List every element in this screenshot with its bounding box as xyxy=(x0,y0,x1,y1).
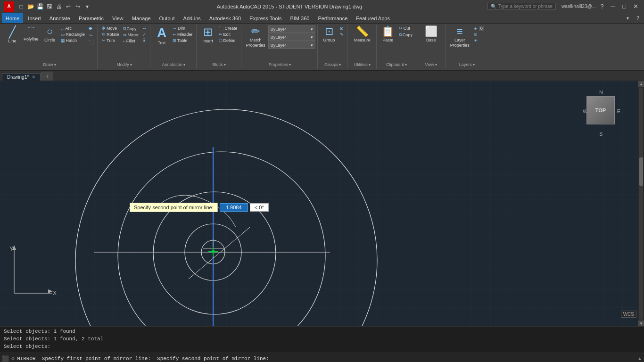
arc-btn[interactable]: ◡ Arc xyxy=(59,25,87,31)
block-col: ⬛ Create ✏ Edit ⬡ Define xyxy=(217,25,239,43)
cut-btn[interactable]: ✂ Cut xyxy=(397,25,414,31)
open-file-btn[interactable]: 📂 xyxy=(26,2,35,11)
paste-btn[interactable]: 📋 Paste xyxy=(380,25,396,44)
svg-rect-1 xyxy=(0,81,644,326)
edit-block-btn[interactable]: ✏ Edit xyxy=(217,32,239,37)
clipboard-group-label[interactable]: Clipboard xyxy=(386,61,407,68)
linetype-dropdown[interactable]: ByLayer▾ xyxy=(268,41,315,49)
hatch-btn[interactable]: ▦ Hatch xyxy=(59,38,87,43)
group-btn[interactable]: ⊡ Group xyxy=(321,25,338,44)
groups-group-label[interactable]: Groups xyxy=(324,61,341,68)
region-btn[interactable]: ⬛ xyxy=(87,40,95,45)
color-dropdown[interactable]: ByLayer▾ xyxy=(268,33,315,41)
menu-featured[interactable]: Featured Apps xyxy=(352,13,394,23)
menu-addins[interactable]: Add-ins xyxy=(180,13,205,23)
rect-btn[interactable]: ▭ Rectangle xyxy=(59,32,87,37)
customise-btn[interactable]: ▾ xyxy=(83,2,91,11)
new-tab-btn[interactable]: + xyxy=(41,72,53,81)
minimize-btn[interactable]: ─ xyxy=(608,2,618,11)
command-scroll-up[interactable]: ▲ xyxy=(637,356,642,361)
array-btn[interactable]: ⠿ xyxy=(141,38,148,43)
trim-btn[interactable]: ✂ Trim xyxy=(100,38,121,43)
rotate-btn[interactable]: ↻ Rotate xyxy=(100,32,121,37)
scroll-thumb-v[interactable] xyxy=(639,157,643,186)
menu-view[interactable]: View xyxy=(108,13,127,23)
scroll-down-btn[interactable]: ▼ xyxy=(638,321,644,326)
search-bar[interactable]: 🔍 Type a keyword or phrase xyxy=(487,3,556,10)
nav-cube-box[interactable]: TOP xyxy=(586,96,615,124)
layer-dropdown-main[interactable]: ◈ 0 xyxy=(472,25,486,31)
undo-btn[interactable]: ↩ xyxy=(64,2,73,11)
layers-group-label[interactable]: Layers xyxy=(459,61,475,68)
copy-btn[interactable]: ⧉ Copy xyxy=(122,25,140,32)
menu-insert[interactable]: Insert xyxy=(24,13,45,23)
drawing-tab[interactable]: Drawing1* ✕ xyxy=(2,73,41,81)
layers-col: ◈ 0 ⊙ ☀ xyxy=(472,25,486,43)
menu-annotate[interactable]: Annotate xyxy=(46,13,74,23)
group-edit-btn[interactable]: ✎ xyxy=(339,32,345,37)
layer-dropdown[interactable]: ByLayer▾ xyxy=(268,25,315,33)
layer-properties-btn[interactable]: ≡ LayerProperties xyxy=(448,25,471,49)
drawing-tab-close[interactable]: ✕ xyxy=(32,74,35,80)
properties-group-label[interactable]: Properties xyxy=(269,61,291,68)
move-btn[interactable]: ✥ Move xyxy=(100,25,121,31)
modify-col1: ✥ Move ↻ Rotate ✂ Trim xyxy=(100,25,121,43)
ribbon-help-btn[interactable]: ? xyxy=(634,14,642,23)
menu-autodesk360[interactable]: Autodesk 360 xyxy=(206,13,245,23)
redo-btn[interactable]: ↪ xyxy=(74,2,82,11)
measure-btn[interactable]: 📏 Measure xyxy=(352,25,372,44)
ribbon-minimize-btn[interactable]: ▾ xyxy=(623,14,632,23)
menu-bim360[interactable]: BIM 360 xyxy=(286,13,313,23)
dim-btn[interactable]: ↔ Dim xyxy=(171,25,194,31)
menu-home[interactable]: Home xyxy=(2,13,23,23)
title-bar: A □ 📂 💾 🖫 🖨 ↩ ↪ ▾ Autodesk AutoCAD 2015 … xyxy=(0,0,644,13)
modify-group-label[interactable]: Modify xyxy=(116,61,132,68)
view-group-label[interactable]: View xyxy=(425,61,437,68)
draw-group-label[interactable]: Draw xyxy=(43,61,56,68)
mirror-btn[interactable]: ⇔ Mirror xyxy=(122,32,140,38)
define-block-btn[interactable]: ⬡ Define xyxy=(217,38,239,43)
layer-state-btn[interactable]: ⊙ xyxy=(472,32,486,37)
circle-btn[interactable]: ○ Circle xyxy=(41,25,58,44)
menu-express[interactable]: Express Tools xyxy=(246,13,285,23)
mirror-angle-display: < 0° xyxy=(250,203,269,212)
insert-btn[interactable]: ⊞ Insert xyxy=(199,25,216,45)
match-properties-btn[interactable]: ✏ MatchProperties xyxy=(244,25,267,49)
utilities-group-label[interactable]: Utilities xyxy=(354,61,371,68)
drawing-canvas[interactable]: Y X xyxy=(0,81,644,326)
scale-btn[interactable]: ⤢ xyxy=(141,32,148,37)
block-group-label[interactable]: Block xyxy=(213,61,226,68)
help-btn[interactable]: ? xyxy=(598,2,606,11)
annotation-group-label[interactable]: Annotation xyxy=(162,61,185,68)
save-as-btn[interactable]: 🖫 xyxy=(45,2,54,11)
close-btn[interactable]: ✕ xyxy=(631,2,640,11)
scroll-up-btn[interactable]: ▲ xyxy=(638,81,644,87)
fillet-btn[interactable]: ⌐ Fillet xyxy=(122,38,140,44)
spline-btn[interactable]: 〜 xyxy=(87,32,95,39)
mirror-prompt-text: Specify second point of mirror line: xyxy=(130,203,218,212)
save-btn[interactable]: 💾 xyxy=(36,2,44,11)
print-btn[interactable]: 🖨 xyxy=(55,2,63,11)
menu-parametric[interactable]: Parametric xyxy=(75,13,107,23)
wcs-label[interactable]: WCS xyxy=(621,311,636,318)
maximize-btn[interactable]: □ xyxy=(619,2,629,11)
command-input-field[interactable]: MIRROR Specify first point of mirror lin… xyxy=(17,356,636,362)
base-view-btn[interactable]: ⬜ Base xyxy=(422,25,439,44)
stretch-btn[interactable]: ↔ xyxy=(141,25,148,31)
create-block-btn[interactable]: ⬛ Create xyxy=(217,25,239,31)
copy-clip-btn[interactable]: ⧉ Copy xyxy=(397,32,414,38)
line-btn[interactable]: ╱ Line xyxy=(4,25,21,45)
mleader-btn[interactable]: ⇐ Mleader xyxy=(171,32,194,37)
layer-on-btn[interactable]: ☀ xyxy=(472,38,486,43)
group-icon: ⊡ xyxy=(325,26,333,37)
text-btn[interactable]: A Text xyxy=(153,25,170,47)
polyline-btn[interactable]: ⌒ Polyline xyxy=(22,25,41,43)
new-file-btn[interactable]: □ xyxy=(17,2,25,11)
mirror-distance-input[interactable]: 1.9084 xyxy=(220,203,248,212)
menu-performance[interactable]: Performance xyxy=(314,13,351,23)
table-btn[interactable]: ⊞ Table xyxy=(171,38,194,43)
ellipse-btn[interactable]: ⬬ xyxy=(87,25,95,32)
menu-manage[interactable]: Manage xyxy=(128,13,155,23)
menu-output[interactable]: Output xyxy=(156,13,179,23)
ungroup-btn[interactable]: ⊠ xyxy=(339,25,345,31)
